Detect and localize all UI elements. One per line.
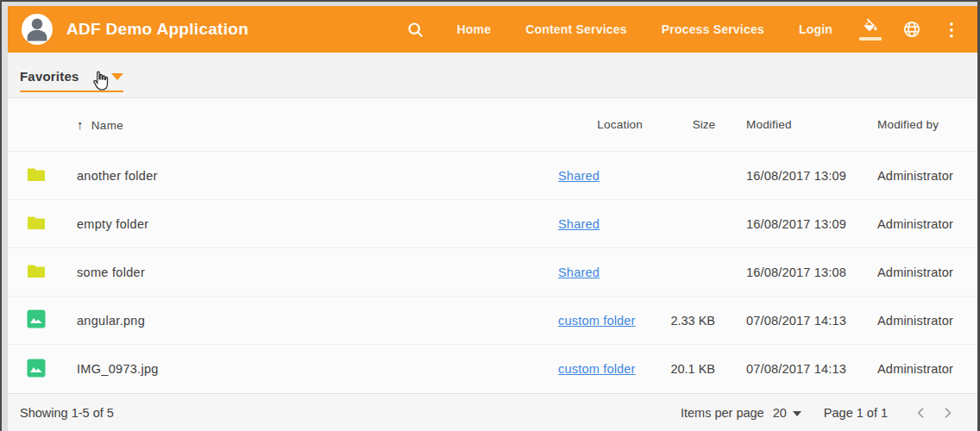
app-header: ADF Demo Application Home Content Servic… [8, 6, 977, 53]
table-header-row: ↑Name Location Size Modified Modified by [8, 98, 977, 152]
language-globe-icon[interactable] [901, 19, 922, 40]
items-per-page-select[interactable]: 20 [773, 406, 801, 420]
modified-date: 07/08/2017 14:13 [746, 362, 877, 376]
location-link[interactable]: Shared [558, 169, 600, 183]
folder-icon [26, 164, 47, 187]
previous-page-button[interactable] [908, 400, 934, 426]
location-link[interactable]: custom folder [558, 362, 636, 376]
folder-icon [26, 260, 47, 284]
items-per-page-label: Items per page [681, 406, 764, 420]
nav-item-login[interactable]: Login [799, 22, 832, 36]
modified-date: 07/08/2017 14:13 [746, 314, 877, 328]
file-size: 2.33 KB [658, 314, 715, 328]
modified-date: 16/08/2017 13:08 [746, 265, 877, 279]
items-per-page: Items per page 20 [681, 406, 801, 420]
modified-date: 16/08/2017 13:09 [746, 217, 877, 231]
app-root: ADF Demo Application Home Content Servic… [8, 6, 977, 431]
row-icon-cell [8, 164, 77, 187]
location-link[interactable]: Shared [558, 265, 600, 279]
chevron-down-icon [111, 73, 123, 80]
app-window: ADF Demo Application Home Content Servic… [0, 0, 980, 431]
favorites-dropdown-label: Favorites [20, 69, 79, 84]
app-title: ADF Demo Application [66, 20, 248, 39]
user-icon [22, 14, 52, 45]
row-icon-cell [8, 358, 77, 381]
modified-by: Administrator [877, 265, 971, 279]
table-row[interactable]: another folder Shared 16/08/2017 13:09 A… [8, 152, 977, 200]
page-indicator: Page 1 of 1 [824, 406, 888, 420]
table-row[interactable]: some folder Shared 16/08/2017 13:08 Admi… [8, 248, 977, 297]
items-per-page-value: 20 [773, 406, 787, 420]
next-page-button[interactable] [934, 400, 960, 426]
location-link[interactable]: custom folder [558, 314, 636, 328]
more-vertical-icon[interactable]: ⋮ [941, 19, 962, 40]
nav-item-content-services[interactable]: Content Services [525, 22, 627, 36]
search-icon[interactable] [405, 19, 425, 40]
nav-item-process-services[interactable]: Process Services [662, 22, 764, 36]
file-name[interactable]: empty folder [77, 217, 558, 231]
column-header-modified-by[interactable]: Modified by [877, 118, 971, 131]
modified-date: 16/08/2017 13:09 [746, 169, 877, 183]
file-name[interactable]: IMG_0973.jpg [77, 362, 558, 376]
file-name[interactable]: angular.png [77, 314, 558, 328]
modified-by: Administrator [877, 169, 971, 183]
row-icon-cell [8, 309, 77, 332]
table-row[interactable]: angular.png custom folder 2.33 KB 07/08/… [8, 297, 977, 345]
table-row[interactable]: empty folder Shared 16/08/2017 13:09 Adm… [8, 200, 977, 248]
modified-by: Administrator [877, 314, 971, 328]
file-name[interactable]: another folder [77, 169, 558, 183]
toolbar-icon-cluster: ⋮ [858, 16, 962, 42]
sort-ascending-icon[interactable]: ↑ [77, 117, 84, 132]
color-fill-icon[interactable] [858, 16, 883, 42]
image-file-icon [26, 309, 47, 332]
mouse-cursor-hand-icon [90, 70, 110, 96]
column-header-size[interactable]: Size [658, 118, 715, 131]
file-size: 20.1 KB [658, 362, 715, 376]
view-selector-bar: Favorites [8, 53, 977, 98]
document-list: ↑Name Location Size Modified Modified by… [8, 98, 977, 393]
table-row[interactable]: IMG_0973.jpg custom folder 20.1 KB 07/08… [8, 345, 977, 393]
showing-range-label: Showing 1-5 of 5 [20, 406, 114, 420]
folder-icon [26, 212, 47, 235]
chevron-down-icon [793, 411, 801, 416]
modified-by: Administrator [877, 362, 971, 376]
row-icon-cell [8, 212, 77, 235]
column-header-modified[interactable]: Modified [746, 118, 877, 131]
location-link[interactable]: Shared [558, 217, 600, 231]
main-nav: Home Content Services Process Services L… [456, 22, 832, 36]
column-header-name[interactable]: ↑Name [77, 117, 558, 132]
avatar[interactable] [22, 14, 53, 45]
image-file-icon [26, 358, 47, 381]
modified-by: Administrator [877, 217, 971, 231]
file-name[interactable]: some folder [77, 265, 558, 279]
color-fill-underline [859, 37, 882, 41]
nav-item-home[interactable]: Home [456, 22, 491, 36]
pagination-bar: Showing 1-5 of 5 Items per page 20 Page … [8, 393, 977, 431]
column-header-location[interactable]: Location [558, 118, 658, 131]
row-icon-cell [8, 260, 77, 284]
